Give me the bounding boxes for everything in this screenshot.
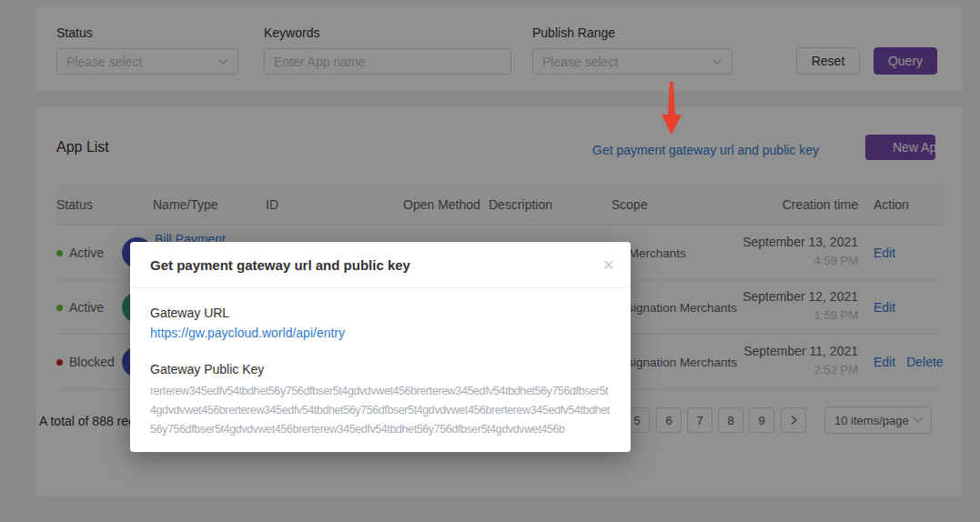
- modal-header: Get payment gateway url and public key ×: [130, 242, 631, 288]
- page: Status Please select Keywords Publish Ra…: [0, 0, 980, 522]
- gateway-public-key-label: Gateway Public Key: [150, 362, 264, 376]
- gateway-url-label: Gateway URL: [150, 306, 229, 320]
- red-arrow-annotation: [659, 82, 684, 138]
- gateway-public-key-value: rerterew345edfv54tbdhet56y756dfbser5t4gd…: [150, 382, 612, 439]
- close-icon[interactable]: ×: [603, 253, 614, 276]
- gateway-info-modal: Get payment gateway url and public key ×…: [130, 242, 631, 452]
- modal-title: Get payment gateway url and public key: [150, 257, 410, 273]
- gateway-url-link[interactable]: https://gw.paycloud.world/api/entry: [150, 326, 345, 340]
